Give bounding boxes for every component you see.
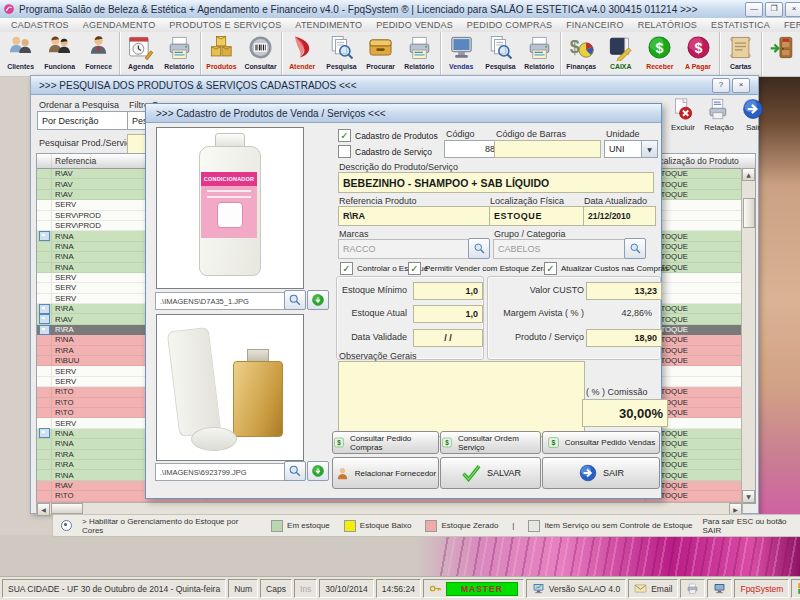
toolbar-consultar[interactable]: Consultar	[241, 32, 280, 76]
row-image-flag	[37, 450, 52, 459]
image1-zoom-button[interactable]	[284, 290, 306, 310]
toolbar-exit[interactable]	[763, 32, 800, 76]
referencia-field[interactable]: R\RA	[338, 206, 494, 226]
legend-item-em-estoque: Em estoque	[271, 520, 330, 532]
legend-radio[interactable]	[61, 520, 72, 531]
checkbox-checked-icon: ✓	[340, 262, 353, 275]
consultar-vendas-button[interactable]: $ Consultar Pedido Vendas	[542, 431, 660, 454]
excluir-button[interactable]: Excluir	[665, 97, 701, 132]
grupo-search-button[interactable]	[624, 238, 646, 259]
statusbar-email: Email	[628, 579, 678, 598]
relacionar-fornecedor-button[interactable]: Relacionar Fornecedor	[332, 457, 439, 489]
statusbar-networksm	[707, 579, 732, 598]
app-titlebar: Programa Salão de Beleza & Estética + Ag…	[0, 0, 800, 19]
menu-item-produtos-e-servicos[interactable]: PRODUTOS E SERVIÇOS	[162, 20, 288, 30]
minimize-button[interactable]: —	[745, 2, 763, 17]
btn-salvar-label: SALVAR	[487, 468, 521, 478]
scroll-up-icon[interactable]: ▲	[742, 168, 755, 181]
restore-button[interactable]: ❐	[765, 2, 783, 17]
row-image-flag	[37, 460, 52, 469]
toolbar-funciona[interactable]: Funciona	[40, 32, 79, 76]
custo-field[interactable]: 13,23	[586, 282, 662, 300]
grupo-field[interactable]: CABELOS	[493, 239, 633, 259]
descricao-field[interactable]: BEBEZINHO - SHAMPOO + SAB LÍQUIDO	[338, 172, 654, 193]
photo-icon	[39, 231, 50, 241]
relacao-button[interactable]: Relação	[701, 97, 737, 132]
toolbar-receber[interactable]: $Receber	[640, 32, 679, 76]
scroll-down-icon[interactable]: ▼	[742, 490, 755, 503]
toolbar-procurar[interactable]: Procurar	[361, 32, 400, 76]
data-atualizado-field[interactable]: 21/12/2010	[583, 206, 656, 226]
toolbar-atender[interactable]: Atender	[283, 32, 322, 76]
unidade-select[interactable]: UNI▼	[604, 140, 658, 158]
toolbar-fornece[interactable]: Fornece	[79, 32, 118, 76]
image1-path-field[interactable]: .\IMAGENS\D7A35_1.JPG	[155, 292, 291, 310]
obs-textarea[interactable]	[338, 361, 585, 437]
row-image-flag	[37, 481, 52, 490]
toolbar-relatorio[interactable]: Relatório	[400, 32, 439, 76]
toolbar-clientes[interactable]: Clientes	[1, 32, 40, 76]
menu-item-cadastros[interactable]: CADASTROS	[4, 20, 76, 30]
menu-item-agendamento[interactable]: AGENDAMENTO	[76, 20, 163, 30]
consultar-ordem-button[interactable]: $ Consultar Ordem Serviço	[440, 431, 541, 454]
salvar-button[interactable]: SALVAR	[440, 457, 541, 489]
sair-window-button[interactable]: Sair	[735, 97, 771, 132]
scroll-left-icon[interactable]: ◀	[37, 503, 50, 516]
marcas-search-button[interactable]	[468, 238, 490, 259]
barras-field[interactable]	[494, 140, 601, 158]
toolbar-relatorio[interactable]: Relatório	[520, 32, 559, 76]
menu-item-relatorios[interactable]: RELATÓRIOS	[631, 20, 704, 30]
cadastro-produtos-checkbox[interactable]: ✓Cadastro de Produtos	[338, 129, 438, 142]
image1-load-button[interactable]	[307, 290, 329, 310]
menu-item-estatistica[interactable]: ESTATISTICA	[704, 20, 777, 30]
image2-load-button[interactable]	[307, 461, 329, 481]
codigo-field[interactable]: 88	[444, 140, 500, 158]
row-image-flag	[37, 408, 52, 417]
toolbar-financas[interactable]: $Finanças	[562, 32, 601, 76]
search-close-button[interactable]: ×	[732, 78, 750, 93]
cadastro-servico-checkbox[interactable]: Cadastro de Serviço	[338, 145, 432, 158]
estoque-atual-field[interactable]: 1,0	[413, 305, 483, 323]
dialog-titlebar[interactable]: >>> Cadastro de Produtos de Venda / Serv…	[146, 104, 661, 123]
header-referencia[interactable]: Referencia	[52, 154, 149, 168]
consultar-compras-button[interactable]: $ Consultar Pedido Compras	[332, 431, 439, 454]
close-button[interactable]: ×	[785, 2, 800, 17]
help-button[interactable]: ?	[712, 78, 730, 93]
toolbar-caixa[interactable]: CAIXA	[601, 32, 640, 76]
toolbar-a-pagar[interactable]: $A Pagar	[679, 32, 718, 76]
toolbar-pesquisa[interactable]: Pesquisa	[322, 32, 361, 76]
toolbar-vendas[interactable]: Vendas	[442, 32, 481, 76]
localizacao-field[interactable]: ESTOQUE	[489, 206, 589, 226]
legend-item-estoque-baixo: Estoque Baixo	[344, 520, 412, 532]
scrollbar-thumb[interactable]	[743, 198, 755, 228]
emailsm-icon	[634, 582, 647, 595]
row-image-flag	[37, 398, 52, 407]
preco-field[interactable]: 18,90	[586, 329, 662, 347]
toolbar-pesquisa[interactable]: Pesquisa	[481, 32, 520, 76]
menu-item-ferramentas[interactable]: FERRAMENTAS	[777, 20, 800, 30]
legend-toggle-label[interactable]: > Habilitar o Gerenciamento do Estoque p…	[82, 517, 261, 535]
toolbar-produtos[interactable]: Produtos	[202, 32, 241, 76]
marcas-field[interactable]: RACCO	[338, 239, 477, 259]
validade-field[interactable]: / /	[413, 329, 483, 347]
image2-path-field[interactable]: .\IMAGENS\6923799.JPG	[155, 463, 291, 481]
chevron-down-icon[interactable]: ▼	[641, 141, 657, 157]
search-window-titlebar[interactable]: >>> PESQUISA DOS PRODUTOS & SERVIÇOS CAD…	[31, 76, 758, 95]
permitir-vender-checkbox[interactable]: ✓Permitir Vender com Estoque Zerado	[408, 262, 557, 275]
image2-zoom-button[interactable]	[284, 461, 306, 481]
vertical-scrollbar[interactable]: ▲ ▼	[741, 168, 755, 503]
menu-item-atendimento[interactable]: ATENDIMENTO	[288, 20, 369, 30]
menu-item-financeiro[interactable]: FINANCEIRO	[559, 20, 631, 30]
menu-item-pedido-compras[interactable]: PEDIDO COMPRAS	[460, 20, 559, 30]
toolbar-cartas[interactable]: Cartas	[721, 32, 760, 76]
statusbar-master[interactable]: MASTER	[423, 579, 524, 598]
toolbar-relatorio[interactable]: Relatório	[160, 32, 199, 76]
toolbar-agenda[interactable]: Agenda	[121, 32, 160, 76]
dialog-sair-button[interactable]: SAIR	[542, 457, 660, 489]
hscrollbar-thumb[interactable]	[51, 503, 83, 514]
printersm-icon	[686, 582, 699, 595]
menu-item-pedido-vendas[interactable]: PEDIDO VENDAS	[369, 20, 460, 30]
comissao-field[interactable]: 30,00%	[582, 399, 668, 427]
estoque-min-field[interactable]: 1,0	[413, 282, 483, 300]
atualizar-custos-checkbox[interactable]: ✓Atualizar Custos nas Compras	[544, 262, 669, 275]
